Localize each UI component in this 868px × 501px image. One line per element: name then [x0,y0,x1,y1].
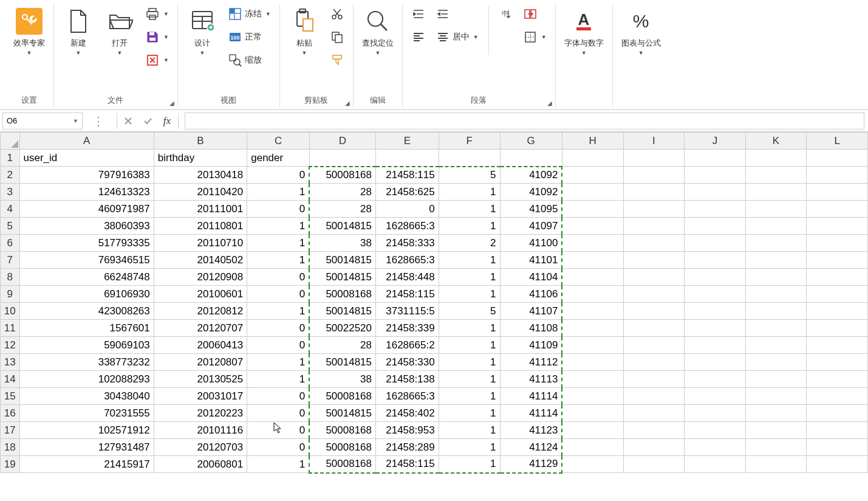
cell[interactable] [562,422,623,439]
cell[interactable]: 1 [439,388,500,405]
row-header[interactable]: 16 [1,405,20,422]
row-header[interactable]: 18 [1,439,20,456]
cell[interactable]: 1 [247,235,310,252]
merge-cells-button[interactable] [521,4,549,24]
column-header[interactable]: L [807,133,868,150]
row-header[interactable]: 15 [1,388,20,405]
cell[interactable]: 20101116 [154,422,247,439]
cell[interactable]: 1 [439,184,500,201]
cell[interactable]: 50014815 [309,218,375,235]
cell[interactable]: 41106 [500,286,562,303]
cell[interactable] [562,235,623,252]
column-header[interactable]: D [309,133,375,150]
cell[interactable]: 1 [247,456,310,473]
cell[interactable]: 21458:339 [376,320,439,337]
cell[interactable] [562,218,623,235]
cell[interactable]: 0 [247,388,310,405]
cell[interactable] [807,320,868,337]
cell[interactable] [685,235,746,252]
cell[interactable] [807,354,868,371]
cell[interactable]: 41114 [500,388,562,405]
cell[interactable]: 0 [376,201,439,218]
name-box[interactable]: O6 ▼ [2,112,83,130]
freeze-button[interactable]: 冻结 ▼ [225,4,273,24]
new-file-button[interactable]: 新建 ▼ [60,4,97,58]
zoom-button[interactable]: 缩放 [225,50,273,71]
column-header[interactable]: H [562,133,623,150]
cell[interactable]: 338773232 [19,354,154,371]
cell[interactable] [562,201,623,218]
cell[interactable]: 41107 [500,303,562,320]
cell[interactable] [623,286,685,303]
cell[interactable] [745,167,807,184]
cell[interactable] [745,422,807,439]
cell[interactable] [685,150,746,167]
cell[interactable]: 41109 [500,337,562,354]
cell[interactable]: 41101 [500,252,562,269]
cell[interactable] [745,235,807,252]
cell[interactable] [807,456,868,473]
cell[interactable] [623,456,685,473]
column-header[interactable]: B [154,133,247,150]
cell[interactable] [562,252,623,269]
column-header[interactable]: F [439,133,500,150]
fx-button[interactable]: fx [157,112,177,130]
cell[interactable] [745,252,807,269]
paragraph-dialog-launcher[interactable]: ◢ [545,98,554,107]
cell[interactable]: 50014815 [309,354,375,371]
cell[interactable] [562,354,623,371]
cell[interactable]: 127931487 [19,439,154,456]
cell[interactable] [807,184,868,201]
cell[interactable]: 21458:448 [376,269,439,286]
border-button[interactable]: ▼ [521,27,549,47]
font-color-button[interactable]: A 字体与数字 ▼ [562,4,606,58]
spreadsheet-grid[interactable]: ABCDEFGHIJKL 1user_idbirthdaygender27979… [0,132,868,474]
cell[interactable] [745,320,807,337]
cell[interactable]: 20120908 [154,269,247,286]
cell[interactable]: 41104 [500,269,562,286]
cell[interactable]: 20031017 [154,388,247,405]
cell[interactable]: 0 [247,286,310,303]
cell[interactable]: 1 [439,252,500,269]
cell[interactable]: 50008168 [309,439,375,456]
cell[interactable]: 50014815 [309,303,375,320]
cell[interactable] [745,286,807,303]
paste-button[interactable]: 粘贴 ▼ [286,4,323,58]
cell[interactable] [745,439,807,456]
cell[interactable]: 0 [247,422,310,439]
cell[interactable]: 20110420 [154,184,247,201]
cell[interactable]: 1 [439,218,500,235]
column-header[interactable]: A [19,133,154,150]
cell[interactable] [562,456,623,473]
cell[interactable] [623,405,685,422]
file-dialog-launcher[interactable]: ◢ [168,98,176,107]
cell[interactable]: 1628665:3 [376,388,439,405]
row-header[interactable]: 17 [1,422,20,439]
row-header[interactable]: 11 [1,320,20,337]
cell[interactable]: 41129 [500,456,562,473]
cell[interactable] [623,235,685,252]
formula-input[interactable] [185,112,864,130]
cell[interactable] [562,269,623,286]
cell[interactable] [807,235,868,252]
cell[interactable]: 1 [439,269,500,286]
column-header[interactable]: C [247,133,310,150]
cancel-formula-button[interactable] [118,112,138,130]
cell[interactable]: 0 [247,320,310,337]
cell[interactable] [745,354,807,371]
cell[interactable]: 21458:330 [376,354,439,371]
cell[interactable]: 20120807 [154,354,247,371]
cell[interactable]: 41112 [500,354,562,371]
cell[interactable] [745,388,807,405]
cut-button[interactable] [327,4,347,24]
row-header[interactable]: 1 [1,150,20,167]
cell[interactable] [745,150,807,167]
cell[interactable]: 21458:138 [376,371,439,388]
cell[interactable] [807,269,868,286]
row-header[interactable]: 13 [1,354,20,371]
cell[interactable]: 1 [439,422,500,439]
cell[interactable]: 66248748 [19,269,154,286]
open-file-button[interactable]: 打开 ▼ [101,4,138,58]
cell[interactable]: 50008168 [309,167,375,184]
cell[interactable]: 50014815 [309,252,375,269]
